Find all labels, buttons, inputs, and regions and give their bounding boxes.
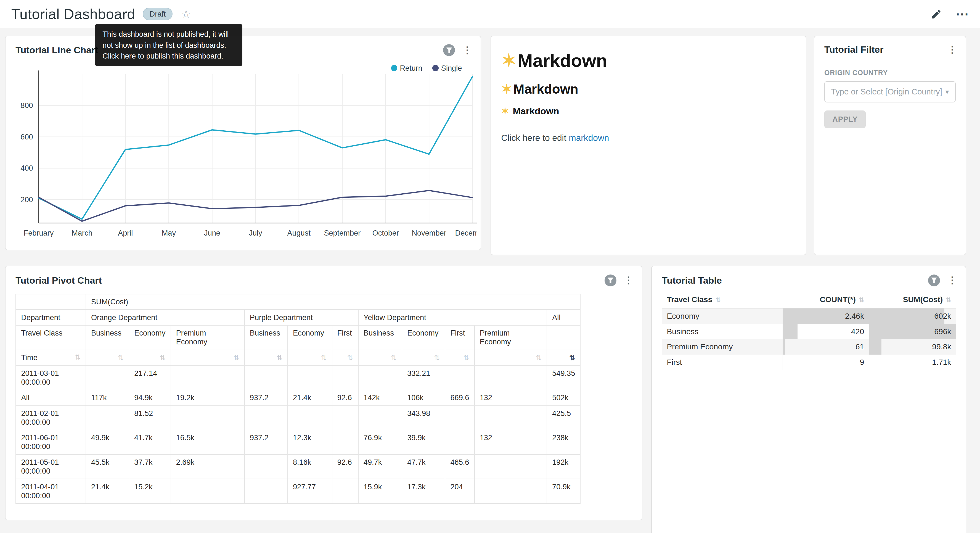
apply-button[interactable]: APPLY bbox=[824, 110, 866, 128]
edit-markdown-link[interactable]: markdown bbox=[569, 133, 609, 143]
sort-icon[interactable]: ⇅ bbox=[277, 354, 282, 362]
sort-icon[interactable]: ⇅ bbox=[463, 354, 469, 362]
pivot-row-label: All bbox=[16, 390, 86, 406]
origin-country-select[interactable]: Type or Select [Origin Country] ▾ bbox=[824, 81, 956, 102]
svg-text:March: March bbox=[72, 229, 92, 237]
sparkles-icon: ✶ bbox=[501, 51, 516, 71]
pivot-cell: 937.2 bbox=[245, 390, 288, 406]
count-cell: 420 bbox=[783, 324, 869, 340]
kebab-menu-icon[interactable]: ⋮ bbox=[624, 276, 633, 285]
pivot-cell bbox=[358, 406, 402, 430]
table-row: Economy2.46k602k bbox=[662, 308, 956, 324]
kebab-menu-icon[interactable]: ⋮ bbox=[463, 46, 472, 55]
travel-class-cell: Business bbox=[662, 324, 783, 340]
travel-class-cell: First bbox=[662, 354, 783, 370]
pivot-col-header: Business bbox=[358, 326, 402, 350]
pivot-cell: 204 bbox=[445, 479, 474, 503]
markdown-h2: ✶Markdown bbox=[501, 81, 795, 97]
pivot-cell: 21.4k bbox=[288, 390, 332, 406]
pivot-cell: 192k bbox=[547, 455, 580, 479]
select-placeholder: Type or Select [Origin Country] bbox=[831, 87, 942, 96]
table-column-header[interactable]: COUNT(*)⇅ bbox=[783, 291, 869, 308]
pivot-cell: 2.69k bbox=[171, 455, 245, 479]
sort-icon[interactable]: ⇅ bbox=[118, 354, 124, 362]
kebab-menu-icon[interactable]: ⋮ bbox=[947, 45, 957, 54]
sort-icon[interactable]: ⇅ bbox=[321, 354, 327, 362]
pivot-cell: 117k bbox=[86, 390, 129, 406]
pivot-cell: 937.2 bbox=[245, 430, 288, 455]
sort-icon[interactable]: ⇅ bbox=[569, 354, 575, 362]
pivot-cell bbox=[474, 365, 547, 390]
pivot-col-header: Economy bbox=[129, 326, 170, 350]
line-chart: 200400600800FebruaryMarchAprilMayJuneJul… bbox=[6, 67, 477, 250]
sort-icon[interactable]: ⇅ bbox=[391, 354, 397, 362]
pivot-cell bbox=[474, 406, 547, 430]
data-table-area: Travel Class⇅COUNT(*)⇅SUM(Cost)⇅Economy2… bbox=[662, 291, 956, 370]
table-column-header[interactable]: SUM(Cost)⇅ bbox=[869, 291, 956, 308]
edit-icon[interactable] bbox=[931, 8, 942, 20]
sort-icon[interactable]: ⇅ bbox=[75, 353, 81, 361]
pivot-cell bbox=[332, 365, 358, 390]
pivot-cell: 142k bbox=[358, 390, 402, 406]
pivot-cell: 343.98 bbox=[402, 406, 445, 430]
filter-indicator-icon[interactable] bbox=[605, 274, 616, 286]
sort-icon[interactable]: ⇅ bbox=[536, 354, 542, 362]
pivot-cell: 132 bbox=[474, 430, 547, 455]
filter-indicator-icon[interactable] bbox=[443, 44, 455, 56]
pivot-col-dimension: Travel Class bbox=[16, 326, 86, 350]
sort-icon[interactable]: ⇅ bbox=[160, 354, 165, 362]
kebab-menu-icon[interactable]: ⋮ bbox=[947, 276, 957, 285]
pivot-cell bbox=[245, 365, 288, 390]
filter-indicator-icon[interactable] bbox=[928, 274, 940, 286]
pivot-cell: 332.21 bbox=[402, 365, 445, 390]
svg-text:February: February bbox=[24, 229, 54, 237]
pivot-cell: 49.7k bbox=[358, 455, 402, 479]
pivot-cell: 425.5 bbox=[547, 406, 580, 430]
favorite-star-icon[interactable]: ☆ bbox=[181, 8, 191, 20]
svg-text:400: 400 bbox=[21, 164, 33, 172]
svg-text:December: December bbox=[455, 229, 477, 237]
pivot-cell bbox=[445, 406, 474, 430]
pivot-cell bbox=[332, 430, 358, 455]
publish-tooltip[interactable]: This dashboard is not published, it will… bbox=[95, 24, 242, 66]
pivot-cell bbox=[288, 365, 332, 390]
status-badge[interactable]: Draft bbox=[143, 8, 173, 20]
pivot-group-header: Orange Department bbox=[86, 310, 245, 326]
table-chart-card: Tutorial Table ⋮ Travel Class⇅COUNT(*)⇅S… bbox=[651, 266, 966, 533]
pivot-cell bbox=[358, 365, 402, 390]
pivot-cell: 45.5k bbox=[86, 455, 129, 479]
pivot-cell bbox=[332, 406, 358, 430]
pivot-row-dimension: Department bbox=[16, 310, 86, 326]
sort-icon[interactable]: ⇅ bbox=[234, 354, 239, 362]
pivot-cell bbox=[171, 365, 245, 390]
pivot-subheader-row: Travel ClassBusinessEconomyPremium Econo… bbox=[16, 326, 580, 350]
sort-icon[interactable]: ⇅ bbox=[347, 354, 353, 362]
more-menu-icon[interactable]: ⋯ bbox=[956, 8, 969, 21]
pivot-group-header: Yellow Department bbox=[358, 310, 547, 326]
chart-title: Tutorial Pivot Chart bbox=[16, 275, 102, 286]
pivot-data-row: 2011-06-01 00:00:0049.9k41.7k16.5k937.21… bbox=[16, 430, 580, 455]
pivot-cell: 15.9k bbox=[358, 479, 402, 503]
pivot-metric-header: SUM(Cost) bbox=[86, 294, 581, 310]
pivot-cell: 47.7k bbox=[402, 455, 445, 479]
pivot-cell: 76.9k bbox=[358, 430, 402, 455]
pivot-cell bbox=[171, 479, 245, 503]
pivot-cell: 41.7k bbox=[129, 430, 170, 455]
pivot-data-row: 2011-05-01 00:00:0045.5k37.7k2.69k8.16k9… bbox=[16, 455, 580, 479]
pivot-table-area: SUM(Cost)DepartmentOrange DepartmentPurp… bbox=[16, 294, 632, 504]
table-column-header[interactable]: Travel Class⇅ bbox=[662, 291, 783, 308]
pivot-group-row: DepartmentOrange DepartmentPurple Depart… bbox=[16, 310, 580, 326]
pivot-col-header: Business bbox=[86, 326, 129, 350]
pivot-cell: 15.2k bbox=[129, 479, 170, 503]
count-cell: 2.46k bbox=[783, 308, 869, 324]
line-chart-card: Tutorial Line Chart ⋮ Return Single 2004… bbox=[5, 36, 481, 250]
pivot-group-header: All bbox=[547, 310, 580, 326]
pivot-cell: 549.35 bbox=[547, 365, 580, 390]
page-title: Tutorial Dashboard bbox=[11, 6, 135, 22]
line-chart-area: 200400600800FebruaryMarchAprilMayJuneJul… bbox=[6, 67, 477, 250]
svg-text:October: October bbox=[372, 229, 399, 237]
pivot-cell: 49.9k bbox=[86, 430, 129, 455]
pivot-cell: 21.4k bbox=[86, 479, 129, 503]
sort-icon[interactable]: ⇅ bbox=[434, 354, 440, 362]
pivot-cell bbox=[86, 406, 129, 430]
